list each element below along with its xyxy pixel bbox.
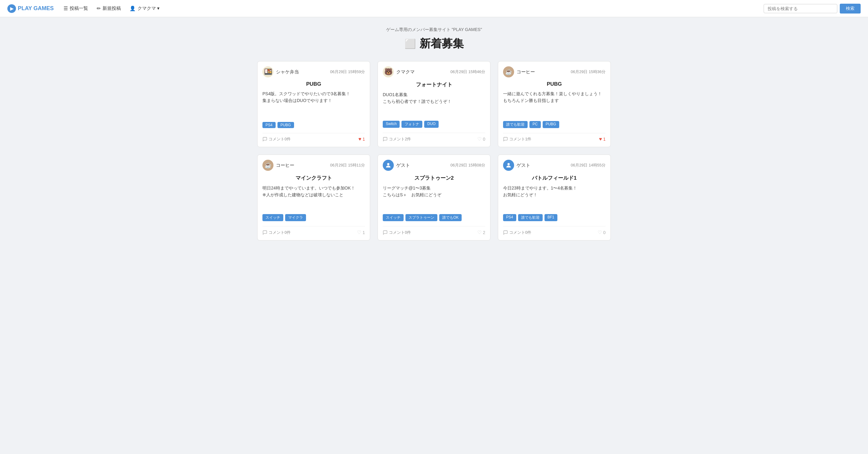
card-card-4[interactable]: ☕ コーヒー 06月29日 15時11分 マインクラフト 明日24時までやってい…: [257, 154, 370, 240]
comment-link[interactable]: コメント1件: [503, 136, 531, 142]
search-button[interactable]: 検索: [840, 4, 861, 13]
svg-point-0: [387, 163, 389, 165]
like-button[interactable]: ♡ 1: [357, 229, 365, 235]
list-icon: ☰: [64, 5, 68, 11]
card-header: 🍱 シャケ弁当 06月29日 15時59分: [262, 66, 365, 77]
tag[interactable]: 誰でもOK: [439, 214, 462, 221]
card-username: コーヒー: [517, 69, 535, 75]
heart-icon: ♡: [357, 229, 361, 235]
page-title: ⬜ 新着募集: [257, 36, 611, 51]
card-tags: PS4誰でも歓迎BF1: [503, 214, 606, 221]
card-card-1[interactable]: 🍱 シャケ弁当 06月29日 15時59分 PUBG PS4版。スクワッドでやり…: [257, 61, 370, 147]
tag[interactable]: スイッチ: [262, 214, 283, 221]
comment-link[interactable]: コメント0件: [262, 136, 291, 142]
card-header: ☕ コーヒー 06月29日 15時11分: [262, 160, 365, 171]
card-footer: コメント0件 ♡ 1: [262, 226, 365, 235]
tag[interactable]: BF1: [545, 214, 557, 221]
comment-count: コメント0件: [509, 230, 531, 235]
card-timestamp: 06月29日 14時55分: [571, 163, 606, 168]
nav: ☰ 投稿一覧 ✏ 新規投稿 👤 クマクマ ▾: [64, 5, 764, 11]
card-body: PS4版。スクワッドでやりたいので3名募集！集まらない場合はDUOでやります！: [262, 90, 365, 117]
comment-icon: [503, 230, 508, 235]
avatar: ☕: [262, 160, 274, 171]
tag[interactable]: 誰でも歓迎: [518, 214, 542, 221]
like-button[interactable]: ♡ 0: [477, 136, 485, 142]
like-count: 1: [363, 137, 365, 142]
comment-count: コメント0件: [269, 230, 291, 235]
tag[interactable]: Switch: [383, 121, 400, 128]
card-timestamp: 06月29日 15時36分: [571, 69, 606, 75]
tag[interactable]: マイクラ: [285, 214, 306, 221]
card-footer: コメント1件 ♥ 1: [503, 133, 606, 142]
search-input[interactable]: [764, 4, 837, 13]
card-body: 一緒に遊んでくれる方募集！楽しくやりましょう！もちろんドン勝も目指します: [503, 90, 606, 116]
main-content: ゲーム専用のメンバー募集サイト "PLAY GAMES" ⬜ 新着募集 🍱 シャ…: [250, 17, 618, 250]
card-game-title: PUBG: [503, 81, 606, 87]
card-card-5[interactable]: ゲスト 06月29日 15時08分 スプラトゥーン2 リーグマッチ@1〜3募集こ…: [377, 154, 491, 240]
nav-new-post[interactable]: ✏ 新規投稿: [97, 5, 121, 11]
comment-link[interactable]: コメント2件: [383, 136, 411, 142]
card-timestamp: 06月29日 15時46分: [451, 69, 485, 75]
user-icon: 👤: [129, 5, 136, 11]
title-icon: ⬜: [405, 38, 416, 49]
comment-link[interactable]: コメント0件: [262, 230, 291, 235]
card-tags: 誰でも歓迎PCPUBG: [503, 121, 606, 128]
edit-icon: ✏: [97, 5, 101, 11]
card-card-2[interactable]: 🐻 クマクマ 06月29日 15時46分 フォートナイト DUO1名募集こちら初…: [377, 61, 491, 147]
like-count: 0: [603, 230, 606, 235]
cards-grid: 🍱 シャケ弁当 06月29日 15時59分 PUBG PS4版。スクワッドでやり…: [257, 61, 611, 240]
logo-text: PLAY GAMES: [18, 5, 54, 12]
svg-point-1: [507, 163, 509, 165]
tag[interactable]: フォトナ: [401, 121, 422, 128]
tag[interactable]: PUBG: [277, 122, 294, 128]
nav-user-menu[interactable]: 👤 クマクマ ▾: [129, 5, 160, 11]
like-button[interactable]: ♡ 2: [477, 229, 485, 235]
card-body: リーグマッチ@1〜3募集こちらはS＋ お気軽にどうぞ: [383, 185, 485, 209]
card-card-6[interactable]: ゲスト 06月29日 14時55分 バトルフィールド1 今日23時までやります。…: [498, 154, 611, 240]
card-game-title: フォートナイト: [383, 81, 485, 88]
card-tags: SwitchフォトナDUO: [383, 121, 485, 128]
card-header: ゲスト 06月29日 14時55分: [503, 160, 606, 171]
card-username: シャケ弁当: [276, 69, 299, 75]
avatar: ☕: [503, 66, 514, 77]
card-body: 今日23時までやります。1〜4名募集！お気軽にどうぞ！: [503, 185, 606, 209]
tag[interactable]: スイッチ: [383, 214, 404, 221]
like-count: 1: [363, 230, 365, 235]
nav-post-list[interactable]: ☰ 投稿一覧: [64, 5, 88, 11]
avatar: [503, 160, 514, 171]
comment-icon: [262, 137, 267, 142]
card-body: 明日24時までやっています。いつでも参加OK！※人が作成した建物などは破壊しない…: [262, 185, 365, 209]
heart-icon: ♡: [477, 136, 482, 142]
comment-icon: [503, 137, 508, 142]
tag[interactable]: 誰でも歓迎: [503, 121, 528, 128]
like-button[interactable]: ♥ 1: [359, 136, 365, 142]
heart-icon: ♡: [477, 229, 482, 235]
like-button[interactable]: ♡ 0: [598, 229, 606, 235]
comment-link[interactable]: コメント0件: [503, 230, 531, 235]
comment-count: コメント2件: [389, 136, 411, 142]
nav-post-list-label: 投稿一覧: [70, 5, 88, 11]
heart-icon: ♥: [359, 136, 362, 142]
comment-link[interactable]: コメント0件: [383, 230, 411, 235]
logo[interactable]: ▶ PLAY GAMES: [7, 4, 54, 13]
nav-new-post-label: 新規投稿: [102, 5, 121, 11]
tag[interactable]: PS4: [503, 214, 516, 221]
like-count: 0: [483, 137, 485, 142]
heart-icon: ♥: [599, 136, 602, 142]
card-footer: コメント2件 ♡ 0: [383, 133, 485, 142]
card-footer: コメント0件 ♡ 2: [383, 226, 485, 235]
like-button[interactable]: ♥ 1: [599, 136, 606, 142]
card-game-title: スプラトゥーン2: [383, 174, 485, 181]
nav-user-label: クマクマ ▾: [137, 5, 160, 11]
avatar: [383, 160, 394, 171]
tag[interactable]: DUO: [424, 121, 439, 128]
tag[interactable]: PUBG: [542, 121, 559, 128]
tag[interactable]: PS4: [262, 122, 276, 128]
card-footer: コメント0件 ♥ 1: [262, 133, 365, 142]
tag[interactable]: PC: [529, 121, 541, 128]
tag[interactable]: スプラトゥーン: [405, 214, 437, 221]
card-timestamp: 06月29日 15時59分: [330, 69, 365, 75]
card-username: クマクマ: [396, 69, 415, 75]
card-card-3[interactable]: ☕ コーヒー 06月29日 15時36分 PUBG 一緒に遊んでくれる方募集！楽…: [498, 61, 611, 147]
card-header: ☕ コーヒー 06月29日 15時36分: [503, 66, 606, 77]
